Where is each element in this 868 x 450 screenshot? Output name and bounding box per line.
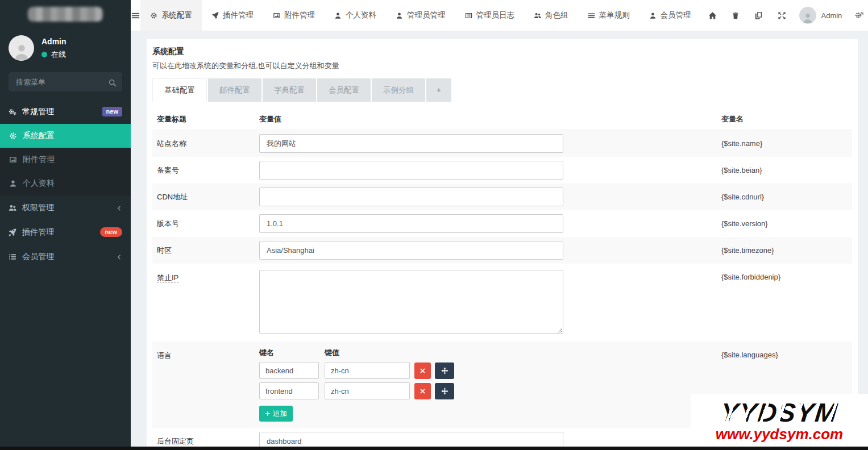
navbar-tab-admin-log[interactable]: 管理员日志 — [455, 0, 525, 31]
pages-button[interactable] — [747, 0, 770, 31]
forbiddenip-textarea[interactable] — [259, 270, 563, 334]
watermark-url: www.yydsym.com — [716, 427, 843, 441]
trash-icon — [732, 11, 740, 20]
main-content: 系统配置 可以在此增改系统的变量和分组,也可以自定义分组和变量 基础配置 邮件配… — [131, 32, 868, 450]
log-icon — [465, 12, 472, 19]
navbar-tab-attachment-manage[interactable]: 附件管理 — [263, 0, 325, 31]
user-icon — [396, 12, 403, 19]
navbar-tab-plugin-manage[interactable]: 插件管理 — [202, 0, 263, 31]
sidebar-item-label: 权限管理 — [22, 203, 54, 213]
language-value-input[interactable] — [325, 362, 410, 379]
row-var-name: {$site.beian} — [721, 166, 848, 174]
delete-row-button[interactable] — [414, 363, 431, 379]
sidebar-item-member-manage[interactable]: 会员管理 — [0, 244, 131, 269]
navbar-user-menu[interactable]: Admin — [794, 7, 848, 24]
navbar-tab-label: 会员管理 — [661, 10, 691, 20]
table-row-cdnurl: CDN地址 {$site.cdnurl} — [152, 184, 852, 210]
version-input[interactable] — [259, 214, 563, 233]
row-label: 站点名称 — [157, 139, 259, 149]
table-row-timezone: 时区 {$site.timezone} — [152, 237, 852, 264]
add-group-tab-button[interactable]: + — [426, 78, 451, 102]
navbar-tab-label: 角色组 — [545, 10, 568, 20]
bottom-edge-strip — [0, 447, 868, 450]
row-var-name: {$site.timezone} — [721, 246, 848, 255]
app-logo[interactable] — [0, 0, 131, 28]
users-icon — [534, 12, 541, 19]
chevron-left-icon — [116, 203, 122, 213]
beian-input[interactable] — [259, 161, 563, 180]
table-row-beian: 备案号 {$site.beian} — [152, 157, 852, 184]
user-status: 在线 — [41, 49, 67, 60]
row-var-name: {$site.version} — [721, 219, 848, 228]
timezone-input[interactable] — [259, 241, 563, 260]
append-row-button[interactable]: 追加 — [259, 406, 293, 422]
tab-example-group[interactable]: 示例分组 — [372, 78, 425, 102]
page-title: 系统配置 — [152, 47, 852, 57]
fullscreen-button[interactable] — [770, 0, 794, 31]
table-header-row: 变量标题 变量值 变量名 — [152, 110, 852, 130]
tab-member-config[interactable]: 会员配置 — [317, 78, 371, 102]
user-icon — [9, 180, 17, 188]
navbar-tab-member-manage[interactable]: 会员管理 — [639, 0, 701, 31]
config-group-tabs: 基础配置 邮件配置 字典配置 会员配置 示例分组 + — [152, 78, 852, 102]
search-input[interactable] — [9, 72, 122, 91]
clear-cache-button[interactable] — [724, 0, 747, 31]
cdnurl-input[interactable] — [259, 188, 563, 206]
sidebar-item-label: 常规管理 — [22, 107, 54, 117]
sidebar-toggle-button[interactable] — [131, 0, 140, 31]
site-name-input[interactable] — [259, 134, 563, 153]
col-header-name: 变量名 — [721, 114, 848, 124]
chevron-left-icon — [116, 252, 122, 261]
gear-icon — [150, 12, 157, 19]
bars-icon — [131, 11, 140, 20]
tab-dictionary-config[interactable]: 字典配置 — [263, 78, 316, 102]
navbar-tab-menu-rule[interactable]: 菜单规则 — [578, 0, 639, 31]
row-var-name: {$site.cdnurl} — [721, 193, 848, 201]
tab-basic-config[interactable]: 基础配置 — [152, 78, 207, 102]
bars-icon — [588, 12, 595, 19]
sidebar-item-profile[interactable]: 个人资料 — [0, 172, 131, 195]
settings-button[interactable] — [848, 0, 868, 31]
sidebar-item-label: 个人资料 — [23, 178, 55, 189]
home-icon — [708, 11, 717, 20]
avatar — [9, 35, 34, 61]
sidebar-item-general-manage[interactable]: 常规管理 new — [0, 99, 131, 124]
sidebar-item-plugin-manage[interactable]: 插件管理 new — [0, 220, 131, 244]
delete-row-button[interactable] — [414, 383, 431, 399]
row-label: 语言 — [157, 348, 259, 361]
language-value-input[interactable] — [325, 382, 410, 399]
navbar-tab-system-config[interactable]: 系统配置 — [140, 0, 202, 31]
rocket-icon — [211, 12, 219, 19]
sidebar-user-panel: Admin 在线 — [0, 28, 131, 69]
navbar-tab-profile[interactable]: 个人资料 — [325, 0, 386, 31]
sidebar-item-permission-manage[interactable]: 权限管理 — [0, 195, 131, 220]
home-button[interactable] — [701, 0, 724, 31]
append-label: 追加 — [273, 409, 287, 419]
language-key-input[interactable] — [259, 362, 319, 379]
language-key-input[interactable] — [259, 382, 319, 399]
config-panel: 系统配置 可以在此增改系统的变量和分组,也可以自定义分组和变量 基础配置 邮件配… — [147, 39, 858, 450]
kv-row — [259, 362, 721, 379]
search-icon[interactable] — [109, 77, 117, 88]
sidebar: Admin 在线 常规管理 new 系统配置 附件管理 — [0, 0, 131, 450]
navbar-tab-admin-manage[interactable]: 管理员管理 — [386, 0, 455, 31]
list-icon — [9, 253, 16, 261]
new-badge: new — [100, 227, 122, 238]
navbar-username: Admin — [821, 11, 842, 20]
user-icon — [649, 12, 657, 19]
sidebar-search — [9, 72, 122, 91]
sidebar-item-attachment-manage[interactable]: 附件管理 — [0, 148, 131, 172]
navbar-tab-role-group[interactable]: 角色组 — [524, 0, 578, 31]
row-var-name: {$site.languages} — [721, 348, 848, 359]
drag-row-button[interactable] — [435, 363, 454, 379]
clone-icon — [754, 11, 763, 20]
image-icon — [9, 156, 17, 164]
user-icon — [334, 12, 342, 19]
drag-row-button[interactable] — [435, 383, 454, 399]
tab-email-config[interactable]: 邮件配置 — [208, 78, 261, 102]
sidebar-item-label: 附件管理 — [23, 155, 55, 165]
row-var-name: {$site.name} — [721, 139, 848, 148]
user-status-label: 在线 — [51, 49, 66, 60]
watermark: YYDSYM www.yydsym.com — [691, 394, 868, 447]
sidebar-item-system-config[interactable]: 系统配置 — [0, 124, 131, 148]
